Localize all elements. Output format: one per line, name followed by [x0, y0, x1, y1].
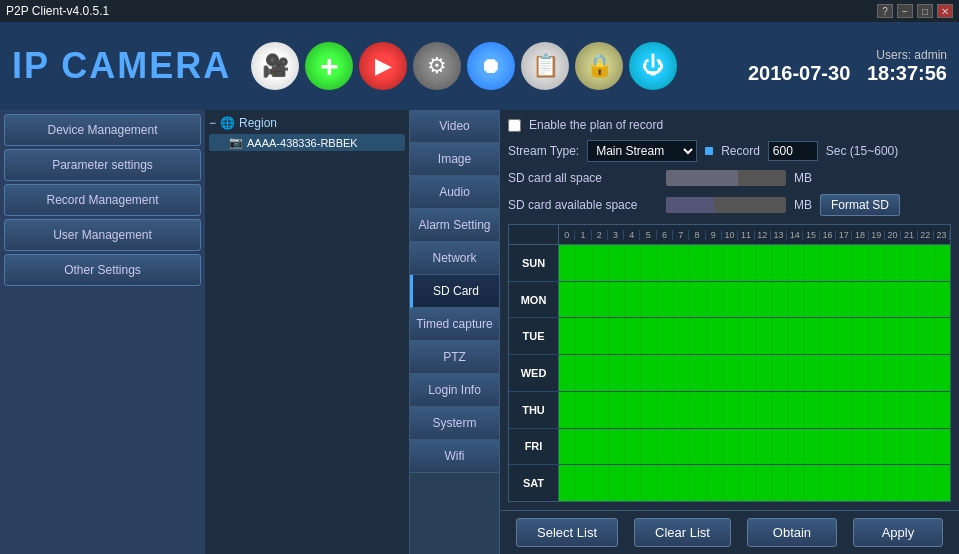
- tree-region[interactable]: − 🌐 Region: [209, 116, 405, 130]
- stream-type-select[interactable]: Main Stream Sub Stream: [587, 140, 697, 162]
- cell-divider: [885, 355, 886, 391]
- collapse-icon: −: [209, 116, 216, 130]
- day-cells-fri[interactable]: [559, 429, 950, 465]
- cell-divider: [852, 282, 853, 318]
- cell-divider: [836, 355, 837, 391]
- tab-wifi[interactable]: Wifi: [410, 440, 499, 473]
- sidebar-item-other-settings[interactable]: Other Settings: [4, 254, 201, 286]
- schedule-row[interactable]: MON: [509, 282, 950, 319]
- cell-divider: [592, 465, 593, 501]
- parameter-icon[interactable]: ⏺: [467, 42, 515, 90]
- day-cells-thu[interactable]: [559, 392, 950, 428]
- tree-device-item[interactable]: 📷 AAAA-438336-RBBEK: [209, 134, 405, 151]
- day-cells-sun[interactable]: [559, 245, 950, 281]
- sidebar-item-user-management[interactable]: User Management: [4, 219, 201, 251]
- schedule-row[interactable]: SUN: [509, 245, 950, 282]
- titlebar: P2P Client-v4.0.5.1 ? − □ ✕: [0, 0, 959, 22]
- add-device-icon[interactable]: +: [305, 42, 353, 90]
- cell-divider: [885, 392, 886, 428]
- close-button[interactable]: ✕: [937, 4, 953, 18]
- cell-divider: [673, 429, 674, 465]
- obtain-button[interactable]: Obtain: [747, 518, 837, 547]
- cell-divider: [689, 465, 690, 501]
- cell-divider: [803, 318, 804, 354]
- enable-record-row: Enable the plan of record: [508, 118, 951, 132]
- sd-all-value: MB: [794, 171, 812, 185]
- maximize-button[interactable]: □: [917, 4, 933, 18]
- sidebar-item-parameter-settings[interactable]: Parameter settings: [4, 149, 201, 181]
- cell-divider: [917, 318, 918, 354]
- cell-divider: [657, 318, 658, 354]
- cell-divider: [608, 392, 609, 428]
- record-value-input[interactable]: [768, 141, 818, 161]
- day-cells-mon[interactable]: [559, 282, 950, 318]
- day-label-sun: SUN: [509, 245, 559, 281]
- tab-audio[interactable]: Audio: [410, 176, 499, 209]
- tab-network[interactable]: Network: [410, 242, 499, 275]
- power-icon[interactable]: ⏻: [629, 42, 677, 90]
- schedule-row[interactable]: WED: [509, 355, 950, 392]
- cell-divider: [771, 429, 772, 465]
- cell-divider: [803, 355, 804, 391]
- region-label: Region: [239, 116, 277, 130]
- cell-divider: [624, 392, 625, 428]
- minimize-button[interactable]: −: [897, 4, 913, 18]
- cell-divider: [820, 429, 821, 465]
- select-list-button[interactable]: Select List: [516, 518, 618, 547]
- day-cells-tue[interactable]: [559, 318, 950, 354]
- day-cells-wed[interactable]: [559, 355, 950, 391]
- playback-icon[interactable]: ▶: [359, 42, 407, 90]
- panel-area: Enable the plan of record Stream Type: M…: [500, 110, 959, 554]
- schedule-row[interactable]: FRI: [509, 429, 950, 466]
- help-button[interactable]: ?: [877, 4, 893, 18]
- schedule-row[interactable]: TUE: [509, 318, 950, 355]
- apply-button[interactable]: Apply: [853, 518, 943, 547]
- cell-divider: [901, 355, 902, 391]
- schedule-row[interactable]: SAT: [509, 465, 950, 501]
- day-header-spacer: [509, 225, 559, 244]
- date-display: 2016-07-30: [748, 62, 850, 84]
- cell-divider: [869, 245, 870, 281]
- settings-wheel-icon[interactable]: ⚙: [413, 42, 461, 90]
- cell-divider: [689, 245, 690, 281]
- cell-divider: [917, 245, 918, 281]
- format-sd-button[interactable]: Format SD: [820, 194, 900, 216]
- window-controls[interactable]: ? − □ ✕: [877, 4, 953, 18]
- cell-divider: [820, 465, 821, 501]
- cell-divider: [771, 282, 772, 318]
- header-icons: 🎥 + ▶ ⚙ ⏺ 📋 🔒 ⏻: [251, 42, 677, 90]
- cell-divider: [575, 392, 576, 428]
- cell-divider: [738, 318, 739, 354]
- cell-divider: [803, 429, 804, 465]
- time-display: 18:37:56: [867, 62, 947, 84]
- docs-icon[interactable]: 📋: [521, 42, 569, 90]
- cell-divider: [820, 282, 821, 318]
- clear-list-button[interactable]: Clear List: [634, 518, 731, 547]
- tab-video[interactable]: Video: [410, 110, 499, 143]
- lock-icon[interactable]: 🔒: [575, 42, 623, 90]
- day-cells-sat[interactable]: [559, 465, 950, 501]
- day-label-sat: SAT: [509, 465, 559, 501]
- cell-divider: [608, 429, 609, 465]
- tab-sd-card[interactable]: SD Card: [410, 275, 499, 308]
- enable-record-checkbox[interactable]: [508, 119, 521, 132]
- cell-divider: [657, 465, 658, 501]
- cell-divider: [592, 245, 593, 281]
- cell-divider: [852, 245, 853, 281]
- hour-tick: 22: [918, 230, 934, 240]
- tab-alarm-setting[interactable]: Alarm Setting: [410, 209, 499, 242]
- sidebar-item-record-management[interactable]: Record Management: [4, 184, 201, 216]
- tab-ptz[interactable]: PTZ: [410, 341, 499, 374]
- tab-systerm[interactable]: Systerm: [410, 407, 499, 440]
- schedule-row[interactable]: THU: [509, 392, 950, 429]
- cell-divider: [787, 355, 788, 391]
- sidebar-item-device-management[interactable]: Device Management: [4, 114, 201, 146]
- tab-image[interactable]: Image: [410, 143, 499, 176]
- tab-timed-capture[interactable]: Timed capture: [410, 308, 499, 341]
- tab-login-info[interactable]: Login Info: [410, 374, 499, 407]
- cell-divider: [575, 429, 576, 465]
- hour-tick: 20: [885, 230, 901, 240]
- cell-divider: [673, 465, 674, 501]
- webcam-icon[interactable]: 🎥: [251, 42, 299, 90]
- hour-tick: 17: [836, 230, 852, 240]
